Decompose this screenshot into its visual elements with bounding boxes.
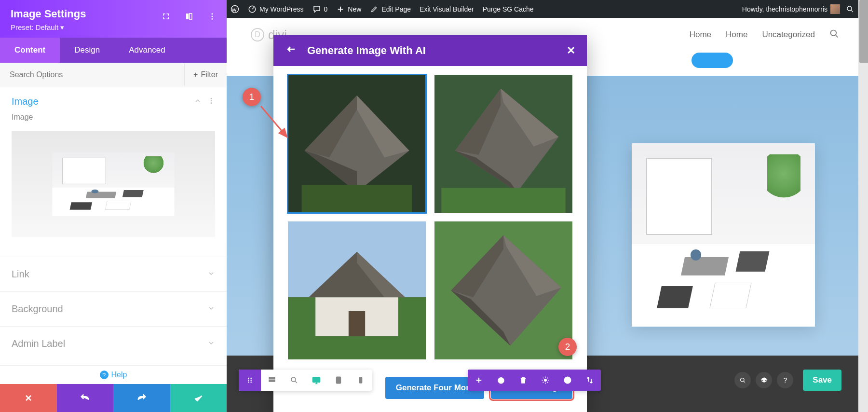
wireframe-view-button[interactable] bbox=[261, 370, 283, 391]
svg-point-51 bbox=[544, 379, 547, 382]
svg-point-8 bbox=[211, 98, 212, 99]
comments-count: 0 bbox=[324, 5, 328, 13]
add-section-button[interactable] bbox=[468, 370, 490, 391]
nav-link-home-2[interactable]: Home bbox=[726, 30, 747, 40]
discard-button[interactable] bbox=[0, 384, 57, 412]
generated-image-1[interactable] bbox=[288, 75, 426, 213]
panel-footer-actions bbox=[0, 384, 227, 412]
generated-image-3[interactable] bbox=[288, 221, 426, 359]
undo-button[interactable] bbox=[57, 384, 114, 412]
svg-point-49 bbox=[360, 382, 361, 382]
generated-images-grid bbox=[288, 75, 572, 359]
page-scrollbar[interactable] bbox=[858, 0, 868, 412]
svg-point-41 bbox=[250, 382, 252, 383]
svg-rect-43 bbox=[269, 380, 275, 382]
new-menu[interactable]: New bbox=[336, 5, 361, 14]
purge-cache-link[interactable]: Purge SG Cache bbox=[483, 5, 534, 13]
phone-view-button[interactable] bbox=[350, 370, 372, 391]
filter-label: Filter bbox=[201, 70, 218, 79]
expand-icon[interactable] bbox=[161, 12, 171, 21]
portability-button[interactable] bbox=[579, 370, 601, 391]
svg-point-44 bbox=[291, 377, 296, 382]
divi-logo-icon: D bbox=[251, 28, 264, 41]
apply-button[interactable] bbox=[170, 384, 227, 412]
section-image-header[interactable]: Image bbox=[0, 87, 227, 111]
search-row: +Filter bbox=[0, 63, 227, 87]
section-image-title: Image bbox=[12, 96, 39, 107]
search-icon bbox=[846, 5, 854, 14]
history-button[interactable] bbox=[556, 370, 579, 391]
save-button[interactable]: Save bbox=[803, 370, 841, 391]
pencil-icon bbox=[370, 5, 379, 14]
howdy-label: Howdy, thechristophermorris bbox=[742, 5, 827, 13]
more-menu-icon[interactable] bbox=[207, 12, 217, 21]
section-link-title: Link bbox=[12, 269, 29, 280]
exit-vb-label: Exit Visual Builder bbox=[420, 5, 474, 13]
account-menu[interactable]: Howdy, thechristophermorris bbox=[742, 4, 840, 14]
edit-page-link[interactable]: Edit Page bbox=[370, 5, 411, 14]
section-background[interactable]: Background bbox=[0, 291, 227, 326]
chevron-down-icon bbox=[207, 303, 215, 315]
nav-search[interactable] bbox=[829, 29, 839, 41]
site-name-menu[interactable]: My WordPress bbox=[248, 5, 304, 14]
tab-advanced[interactable]: Advanced bbox=[114, 38, 180, 63]
exit-visual-builder-link[interactable]: Exit Visual Builder bbox=[420, 5, 474, 13]
page-settings-button[interactable] bbox=[534, 370, 556, 391]
svg-point-11 bbox=[831, 30, 837, 36]
power-button[interactable] bbox=[490, 370, 512, 391]
section-admin-label[interactable]: Admin Label bbox=[0, 326, 227, 361]
admin-search[interactable] bbox=[846, 5, 854, 14]
scrollbar-thumb[interactable] bbox=[859, 0, 868, 63]
builder-view-toolbar bbox=[239, 370, 372, 391]
svg-point-39 bbox=[250, 380, 252, 381]
zoom-view-button[interactable] bbox=[283, 370, 305, 391]
section-background-title: Background bbox=[12, 303, 63, 315]
svg-point-7 bbox=[212, 18, 213, 20]
modal-close-button[interactable]: ✕ bbox=[567, 44, 575, 57]
search-layers-button[interactable] bbox=[734, 372, 751, 388]
chevron-down-icon bbox=[207, 269, 215, 280]
desktop-view-button[interactable] bbox=[305, 370, 327, 391]
tab-design[interactable]: Design bbox=[60, 38, 114, 63]
help-link[interactable]: ?Help bbox=[0, 365, 227, 384]
help-button[interactable]: ? bbox=[777, 372, 793, 388]
layers-button[interactable] bbox=[756, 372, 772, 388]
search-input[interactable] bbox=[0, 63, 184, 87]
svg-rect-45 bbox=[313, 377, 320, 382]
nav-link-uncategorized[interactable]: Uncategorized bbox=[762, 30, 815, 40]
section-link[interactable]: Link bbox=[0, 257, 227, 291]
generated-image-2[interactable] bbox=[434, 75, 572, 213]
dashboard-icon bbox=[248, 5, 257, 14]
preset-dropdown[interactable]: Preset: Default ▾ bbox=[11, 23, 216, 32]
svg-point-38 bbox=[248, 380, 249, 381]
svg-rect-17 bbox=[302, 185, 412, 213]
toolbar-handle[interactable] bbox=[239, 370, 261, 391]
generated-image-4[interactable] bbox=[434, 221, 572, 359]
image-upload-field[interactable] bbox=[12, 131, 215, 237]
chevron-down-icon: ▾ bbox=[60, 23, 64, 31]
new-label: New bbox=[348, 5, 361, 13]
svg-point-5 bbox=[212, 13, 213, 14]
panel-header: Image Settings Preset: Default ▾ bbox=[0, 0, 227, 38]
tablet-view-button[interactable] bbox=[327, 370, 350, 391]
nav-link-home-1[interactable]: Home bbox=[690, 30, 711, 40]
image-thumbnail bbox=[12, 131, 215, 237]
svg-point-2 bbox=[847, 6, 852, 11]
settings-tabs: Content Design Advanced bbox=[0, 38, 227, 63]
wp-logo-menu[interactable] bbox=[231, 5, 239, 14]
tab-content[interactable]: Content bbox=[0, 38, 60, 63]
svg-rect-4 bbox=[190, 14, 192, 19]
edit-page-label: Edit Page bbox=[381, 5, 411, 13]
annotation-arrow bbox=[257, 102, 296, 146]
filter-button[interactable]: +Filter bbox=[184, 64, 227, 86]
more-icon[interactable] bbox=[207, 97, 215, 107]
chevron-down-icon bbox=[207, 338, 215, 349]
hero-image-module[interactable] bbox=[632, 143, 815, 327]
modal-title: Generate Image With AI bbox=[307, 44, 426, 57]
modal-back-button[interactable] bbox=[285, 44, 298, 57]
builder-page-toolbar bbox=[468, 370, 601, 391]
clear-layout-button[interactable] bbox=[512, 370, 534, 391]
comments-menu[interactable]: 0 bbox=[312, 5, 328, 14]
snap-icon[interactable] bbox=[184, 12, 194, 21]
redo-button[interactable] bbox=[113, 384, 170, 412]
